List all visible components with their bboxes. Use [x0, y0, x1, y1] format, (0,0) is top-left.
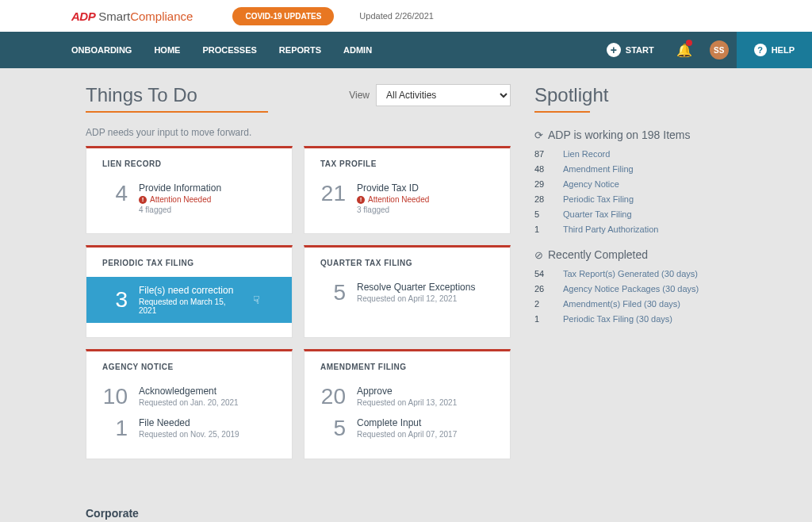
card-row-body: Complete InputRequested on April 07, 201… [357, 417, 494, 439]
title-underline [86, 111, 268, 113]
help-label: HELP [772, 45, 795, 55]
spotlight-label: Third Party Authorization [563, 225, 658, 234]
card-title: AGENCY NOTICE [102, 363, 276, 371]
card-row-sub: 4 flagged [139, 205, 276, 214]
spotlight-label: Periodic Tax Filing [563, 194, 634, 204]
view-label: View [349, 90, 370, 101]
card-row-title: File(s) need correction [139, 285, 242, 296]
recent-head-text: Recently Completed [548, 248, 648, 261]
spotlight-row[interactable]: 2Amendment(s) Filed (30 days) [534, 299, 741, 309]
spotlight-count: 48 [534, 164, 553, 174]
attention-icon: ! [357, 196, 365, 204]
card: AMENDMENT FILING20ApproveRequested on Ap… [304, 349, 511, 459]
spotlight-count: 54 [534, 269, 553, 278]
main-column: Things To Do View All Activities ADP nee… [86, 84, 511, 459]
card-row-title: Resolve Quarter Exceptions [357, 282, 494, 293]
card-row-title: Acknowledgement [139, 386, 276, 397]
working-list: 87Lien Record48Amendment Filing29Agency … [534, 149, 741, 234]
spotlight-label: Quarter Tax Filing [563, 209, 632, 219]
spotlight-label: Tax Report(s) Generated (30 days) [563, 269, 698, 278]
card-row-sub: Requested on April 12, 2021 [357, 294, 494, 303]
spotlight-row[interactable]: 48Amendment Filing [534, 164, 741, 174]
spotlight-label: Amendment(s) Filed (30 days) [563, 299, 680, 309]
notifications-button[interactable]: 🔔 [667, 32, 702, 68]
spotlight-count: 29 [534, 179, 553, 189]
subtext: ADP needs your input to move forward. [86, 127, 511, 138]
spotlight-label: Agency Notice Packages (30 days) [563, 284, 699, 294]
card-row-sub: Requested on April 07, 2017 [357, 430, 494, 439]
card-title: PERIODIC TAX FILING [102, 259, 276, 267]
card-row-sub: 3 flagged [357, 205, 494, 214]
check-icon: ⊘ [534, 249, 543, 261]
refresh-icon: ⟳ [534, 129, 543, 141]
spotlight-row[interactable]: 1Periodic Tax Filing (30 days) [534, 314, 741, 324]
spotlight-count: 1 [534, 225, 553, 234]
help-button[interactable]: ? HELP [737, 32, 812, 68]
navbar: ONBOARDING HOME PROCESSES REPORTS ADMIN … [0, 32, 812, 68]
spotlight-row[interactable]: 54Tax Report(s) Generated (30 days) [534, 269, 741, 278]
main-head: Things To Do View All Activities [86, 84, 511, 106]
view-select[interactable]: All Activities [376, 84, 511, 106]
spotlight-column: Spotlight ⟳ ADP is working on 198 Items … [534, 84, 741, 459]
spotlight-underline [534, 111, 590, 113]
working-section: ⟳ ADP is working on 198 Items 87Lien Rec… [534, 129, 741, 234]
card: QUARTER TAX FILING5Resolve Quarter Excep… [304, 245, 511, 338]
attention-badge: !Attention Needed [357, 195, 494, 204]
spotlight-count: 26 [534, 284, 553, 294]
card-title: AMENDMENT FILING [320, 363, 494, 371]
card-row-sub: Requested on Jan. 20, 2021 [139, 398, 276, 407]
recent-section: ⊘ Recently Completed 54Tax Report(s) Gen… [534, 248, 741, 324]
card-row-title: Provide Tax ID [357, 182, 494, 194]
card-row[interactable]: 5Resolve Quarter ExceptionsRequested on … [320, 277, 494, 309]
card: TAX PROFILE21Provide Tax ID!Attention Ne… [304, 146, 511, 234]
spotlight-row[interactable]: 28Periodic Tax Filing [534, 194, 741, 204]
card-row[interactable]: 5Complete InputRequested on April 07, 20… [320, 413, 494, 444]
spotlight-label: Periodic Tax Filing (30 days) [563, 314, 672, 324]
spotlight-row[interactable]: 29Agency Notice [534, 179, 741, 189]
card-count: 21 [320, 182, 346, 205]
spotlight-count: 2 [534, 299, 553, 309]
spotlight-title: Spotlight [534, 84, 741, 106]
spotlight-row[interactable]: 1Third Party Authorization [534, 225, 741, 234]
topbar: ADP SmartCompliance COVID-19 UPDATES Upd… [0, 0, 812, 32]
card-row[interactable]: 21Provide Tax ID!Attention Needed3 flagg… [320, 178, 494, 219]
cards-grid: LIEN RECORD4Provide Information!Attentio… [86, 146, 511, 459]
covid-updates-button[interactable]: COVID-19 UPDATES [232, 7, 334, 25]
card: LIEN RECORD4Provide Information!Attentio… [86, 146, 293, 234]
view-filter: View All Activities [349, 84, 511, 106]
card-row-body: File NeededRequested on Nov. 25, 2019 [139, 417, 276, 439]
attention-icon: ! [139, 196, 147, 204]
spotlight-count: 1 [534, 314, 553, 324]
spotlight-count: 28 [534, 194, 553, 204]
page: Things To Do View All Activities ADP nee… [0, 68, 812, 483]
page-title: Things To Do [86, 84, 197, 106]
nav-onboarding[interactable]: ONBOARDING [71, 45, 132, 55]
footer-title: Corporate [86, 507, 139, 520]
card-row[interactable]: 10AcknowledgementRequested on Jan. 20, 2… [102, 381, 276, 413]
nav-processes[interactable]: PROCESSES [202, 45, 256, 55]
card-row[interactable]: 1File NeededRequested on Nov. 25, 2019 [102, 413, 276, 444]
card-count: 10 [102, 386, 128, 408]
nav-left: ONBOARDING HOME PROCESSES REPORTS ADMIN [71, 45, 372, 55]
spotlight-row[interactable]: 87Lien Record [534, 149, 741, 159]
nav-reports[interactable]: REPORTS [279, 45, 321, 55]
nav-home[interactable]: HOME [154, 45, 180, 55]
card-row-title: Provide Information [139, 182, 276, 194]
start-label: START [626, 45, 654, 55]
logo[interactable]: ADP SmartCompliance [71, 10, 193, 23]
recent-list: 54Tax Report(s) Generated (30 days)26Age… [534, 269, 741, 324]
avatar[interactable]: SS [710, 40, 729, 59]
help-icon: ? [754, 44, 767, 56]
card-count: 4 [102, 182, 128, 205]
card-count: 20 [320, 386, 346, 408]
working-head: ⟳ ADP is working on 198 Items [534, 129, 741, 141]
card-count: 5 [320, 282, 346, 304]
spotlight-row[interactable]: 5Quarter Tax Filing [534, 209, 741, 219]
spotlight-row[interactable]: 26Agency Notice Packages (30 days) [534, 284, 741, 294]
start-button[interactable]: + START [594, 32, 667, 68]
card-row[interactable]: 20ApproveRequested on April 13, 2021 [320, 381, 494, 413]
nav-admin[interactable]: ADMIN [343, 45, 372, 55]
card-row[interactable]: 3File(s) need correctionRequested on Mar… [86, 277, 292, 323]
card-row[interactable]: 4Provide Information!Attention Needed4 f… [102, 178, 276, 219]
working-head-text: ADP is working on 198 Items [548, 129, 691, 141]
